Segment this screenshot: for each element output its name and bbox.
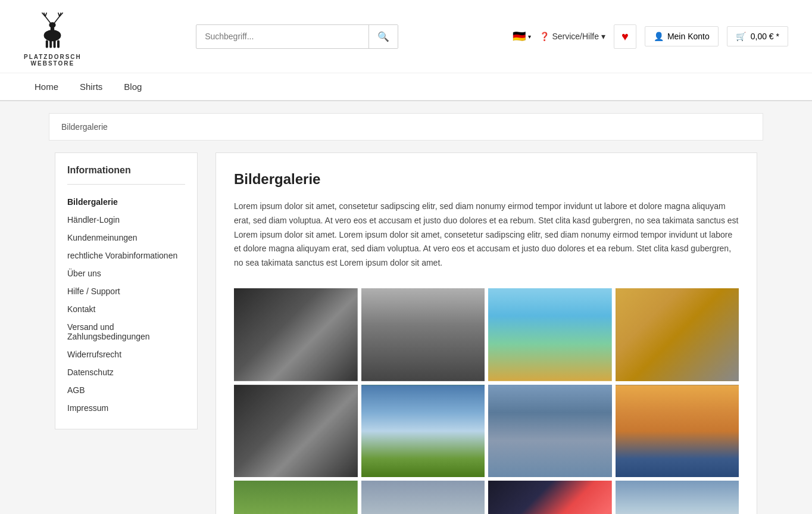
sidebar-item[interactable]: Bildergalerie (67, 193, 185, 211)
sidebar-item[interactable]: Widerrufsrecht (67, 345, 185, 363)
sidebar-link[interactable]: Kundenmeinungen (67, 229, 185, 247)
sidebar-item[interactable]: Kontakt (67, 300, 185, 318)
nav-item-shirts[interactable]: Shirts (69, 73, 113, 100)
gallery-image (616, 385, 739, 478)
nav-link[interactable]: Blog (113, 73, 152, 100)
search-input[interactable] (196, 26, 368, 47)
nav-item-blog[interactable]: Blog (113, 73, 152, 100)
svg-line-6 (45, 13, 46, 16)
gallery-grid (234, 288, 739, 514)
svg-rect-12 (50, 41, 52, 48)
sidebar: Informationen BildergalerieHändler-Login… (55, 152, 198, 514)
search-button[interactable]: 🔍 (368, 25, 398, 48)
wishlist-button[interactable]: ♥ (614, 24, 636, 49)
lang-chevron-icon: ▾ (528, 33, 531, 40)
sidebar-links: BildergalerieHändler-LoginKundenmeinunge… (67, 193, 185, 417)
gallery-item-tram-street[interactable] (616, 288, 739, 381)
sidebar-item[interactable]: Hilfe / Support (67, 282, 185, 300)
svg-rect-14 (57, 41, 60, 48)
cart-button[interactable]: 🛒 0,00 € * (727, 26, 788, 46)
sidebar-item[interactable]: Datenschutz (67, 363, 185, 381)
sidebar-link[interactable]: Datenschutz (67, 363, 185, 381)
svg-rect-1 (51, 27, 54, 33)
gallery-item-vinyl[interactable] (234, 288, 358, 381)
sidebar-item[interactable]: Impressum (67, 399, 185, 417)
account-label: Mein Konto (667, 32, 710, 41)
nav-item-home[interactable]: Home (24, 73, 69, 100)
logo-line2: WEBSTORE (24, 60, 82, 67)
header-actions: 🇩🇪 ▾ ❓ Service/Hilfe ▾ ♥ 👤 Mein Konto 🛒 … (513, 24, 788, 49)
page-title: Bildergalerie (234, 171, 739, 188)
flag-icon: 🇩🇪 (513, 30, 526, 43)
sidebar-link[interactable]: Über uns (67, 264, 185, 282)
logo[interactable]: PLATZDORSCH WEBSTORE (24, 6, 82, 67)
gallery-image (361, 288, 485, 381)
sidebar-box: Informationen BildergalerieHändler-Login… (55, 152, 198, 429)
header: PLATZDORSCH WEBSTORE 🔍 🇩🇪 ▾ ❓ Service/Hi… (0, 0, 812, 73)
sidebar-link[interactable]: Impressum (67, 399, 185, 417)
sidebar-item[interactable]: Händler-Login (67, 211, 185, 229)
sidebar-item[interactable]: Kundenmeinungen (67, 229, 185, 247)
language-selector[interactable]: 🇩🇪 ▾ (513, 30, 531, 43)
service-chevron-icon: ▾ (601, 32, 605, 41)
sidebar-link[interactable]: Hilfe / Support (67, 282, 185, 300)
sidebar-link[interactable]: rechtliche Vorabinformationen (67, 247, 185, 264)
heart-icon: ♥ (622, 30, 629, 43)
question-icon: ❓ (539, 32, 549, 41)
sidebar-item[interactable]: Über uns (67, 264, 185, 282)
svg-line-7 (55, 17, 60, 23)
main-navigation: HomeShirtsBlog (0, 73, 812, 101)
content-area: Bildergalerie Lorem ipsum dolor sit amet… (216, 152, 757, 514)
gallery-image (361, 385, 485, 478)
breadcrumb-text: Bildergalerie (61, 122, 108, 132)
sidebar-link[interactable]: Widerrufsrecht (67, 345, 185, 363)
sidebar-title: Informationen (67, 165, 185, 185)
service-label: Service/Hilfe (552, 32, 599, 41)
main-content: Informationen BildergalerieHändler-Login… (49, 152, 763, 514)
gallery-image (361, 481, 485, 514)
nav-link[interactable]: Home (24, 73, 69, 100)
gallery-item-victorian[interactable] (616, 481, 739, 514)
sidebar-link[interactable]: Händler-Login (67, 211, 185, 229)
sidebar-link[interactable]: Versand und Zahlungsbedingungen (67, 318, 185, 345)
gallery-item-mountains[interactable] (361, 481, 485, 514)
sidebar-link[interactable]: Bildergalerie (67, 193, 185, 211)
gallery-image (488, 288, 612, 381)
page-description: Lorem ipsum dolor sit amet, consetetur s… (234, 200, 739, 270)
cart-icon: 🛒 (736, 32, 746, 41)
gallery-item-sky-field[interactable] (361, 385, 485, 478)
breadcrumb: Bildergalerie (49, 113, 763, 141)
logo-icon (29, 6, 76, 54)
gallery-item-buildings[interactable] (488, 385, 612, 478)
gallery-item-van-beach[interactable] (488, 288, 612, 381)
nav-link[interactable]: Shirts (69, 73, 113, 100)
gallery-item-vinyl2[interactable] (234, 385, 358, 478)
sidebar-link[interactable]: AGB (67, 381, 185, 399)
search-bar: 🔍 (196, 24, 398, 49)
gallery-image (488, 385, 612, 478)
account-button[interactable]: 👤 Mein Konto (645, 26, 719, 46)
gallery-item-vinyl3[interactable] (234, 481, 358, 514)
gallery-item-woman-city[interactable] (361, 288, 485, 381)
sidebar-item[interactable]: rechtliche Vorabinformationen (67, 247, 185, 264)
svg-line-3 (45, 17, 51, 23)
gallery-image (616, 288, 739, 381)
svg-line-10 (58, 13, 60, 16)
service-help-button[interactable]: ❓ Service/Hilfe ▾ (539, 32, 605, 41)
cart-total: 0,00 € * (751, 32, 779, 41)
gallery-image (616, 481, 739, 514)
sidebar-item[interactable]: Versand und Zahlungsbedingungen (67, 318, 185, 345)
gallery-item-eiffel[interactable] (616, 385, 739, 478)
gallery-image (234, 481, 358, 514)
sidebar-item[interactable]: AGB (67, 381, 185, 399)
gallery-image (234, 385, 358, 478)
gallery-image (488, 481, 612, 514)
svg-rect-11 (46, 41, 48, 48)
svg-rect-13 (54, 41, 56, 48)
logo-line1: PLATZDORSCH (24, 54, 82, 60)
gallery-image (234, 288, 358, 381)
sidebar-link[interactable]: Kontakt (67, 300, 185, 318)
gallery-item-car-night[interactable] (488, 481, 612, 514)
user-icon: 👤 (654, 32, 664, 41)
